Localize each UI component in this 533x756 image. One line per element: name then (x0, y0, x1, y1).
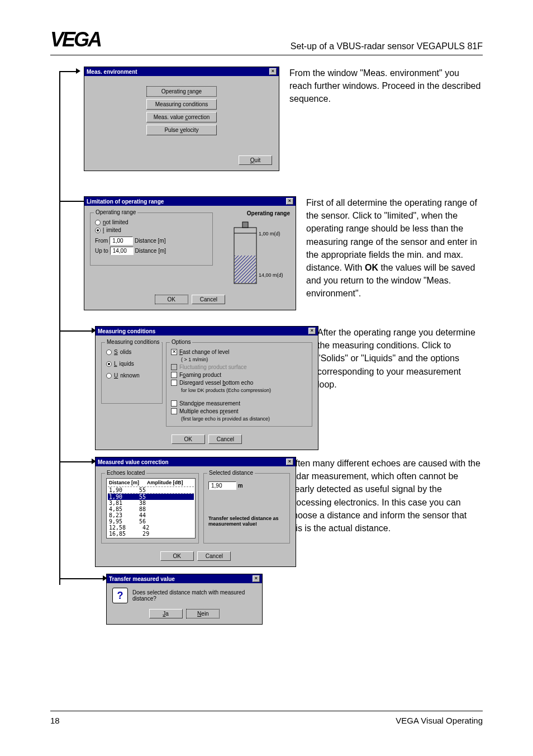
selected-distance-input[interactable]: 1,90 (208, 481, 236, 490)
list-item: 8,2344 (108, 512, 194, 518)
meas-env-description: From the window "Meas. environment" you … (279, 67, 483, 106)
meas-cond-description: After the operating range you determine … (307, 326, 483, 391)
echoes-located-group: Echoes located (105, 470, 146, 476)
footer-right: VEGA Visual Operating (396, 716, 483, 725)
list-item: 3,8138 (108, 500, 194, 506)
meas-environment-dialog: Meas. environment × Operating range Meas… (84, 67, 279, 171)
svg-text:1,00 m(d): 1,00 m(d) (259, 231, 280, 237)
from-input[interactable]: 1,00 (110, 237, 133, 245)
close-icon[interactable]: × (269, 68, 277, 75)
check-standpipe[interactable]: Standpipe measurement (171, 400, 307, 407)
check-fast-change[interactable]: ✕Fast change of level (171, 349, 307, 355)
measuring-conditions-dialog: Measuring conditions × Measuring conditi… (95, 326, 318, 450)
upto-label: Up to (95, 248, 108, 254)
svg-text:14,00 m(d): 14,00 m(d) (259, 272, 283, 278)
check-foaming[interactable]: Foaming product (171, 372, 307, 378)
list-item: 1,9055 (108, 487, 194, 493)
brand-logo: VEGA (50, 28, 101, 51)
cancel-button[interactable]: Cancel (197, 551, 231, 561)
operating-range-button[interactable]: Operating range (146, 86, 217, 97)
list-item: 16,8529 (108, 531, 194, 537)
from-label: From (95, 238, 108, 244)
no-button[interactable]: Nein (186, 609, 220, 618)
close-icon[interactable]: × (253, 575, 260, 582)
svg-rect-2 (242, 222, 248, 228)
radio-solids[interactable]: Solids (106, 349, 158, 355)
list-item: 4,8588 (108, 506, 194, 512)
ok-button[interactable]: OK (172, 434, 205, 444)
op-range-title: Limitation of operating range (87, 199, 164, 205)
yes-button[interactable]: Ja (149, 609, 183, 618)
ok-button[interactable]: OK (160, 551, 194, 561)
list-item: 9,9556 (108, 518, 194, 525)
close-icon[interactable]: × (286, 198, 293, 205)
transfer-question: Does selected distance match with measur… (132, 589, 256, 602)
check-multiple-echoes[interactable]: Multiple echoes present (171, 408, 307, 414)
meas-cond-title: Measuring conditions (98, 328, 155, 334)
radio-liquids[interactable]: Liquids (106, 361, 158, 367)
list-item: 1,9055 (108, 494, 194, 500)
list-item: 12,5842 (108, 525, 194, 531)
fast-change-sub: ( > 1 m/min) (181, 357, 307, 362)
selected-distance-unit: m (238, 483, 243, 489)
op-range-group-label: Operating range (94, 209, 137, 215)
disregard-sub: for low DK products (Echo compression) (181, 388, 307, 393)
close-icon[interactable]: × (308, 328, 316, 334)
upto-unit: Distance [m] (135, 248, 166, 254)
page-number: 18 (50, 716, 60, 725)
options-group: Options (170, 339, 192, 345)
transfer-title: Transfer measured value (109, 576, 175, 582)
close-icon[interactable]: × (286, 459, 293, 465)
radio-not-limited[interactable]: not limited (95, 219, 208, 225)
upto-input[interactable]: 14,00 (110, 247, 134, 255)
svg-rect-6 (235, 256, 256, 283)
tank-diagram-icon: 1,00 m(d) 14,00 m(d) (217, 216, 284, 289)
multi-sub: (first large echo is provided as distanc… (181, 416, 307, 422)
quit-button[interactable]: Quit (239, 155, 272, 165)
meas-cond-group: Measuring conditions (105, 339, 161, 345)
meas-value-correction-button[interactable]: Meas. value correction (146, 112, 217, 122)
cancel-button[interactable]: Cancel (208, 434, 242, 444)
radio-limited[interactable]: limited (95, 227, 208, 233)
op-range-description: First of all determine the operating ran… (296, 196, 483, 300)
selected-distance-group: Selected distance (207, 470, 255, 476)
ok-button[interactable]: OK (155, 295, 188, 304)
op-range-right-label: Operating range (217, 210, 290, 216)
from-unit: Distance [m] (135, 238, 166, 244)
meas-env-title: Meas. environment (87, 69, 137, 75)
page-header-title: Set-up of a VBUS-radar sensor VEGAPULS 8… (291, 41, 483, 51)
radio-unknown[interactable]: Unknown (106, 372, 158, 379)
operating-range-dialog: Limitation of operating range × Operatin… (84, 196, 296, 310)
measured-value-correction-dialog: Measured value correction × Echoes locat… (95, 457, 296, 567)
mv-corr-description: Often many different echoes are caused w… (285, 457, 483, 535)
echoes-list[interactable]: Distance [m]Amplitude [dB] 1,9055 1,9055… (106, 478, 196, 538)
cancel-button[interactable]: Cancel (192, 295, 225, 304)
transfer-measured-value-dialog: Transfer measured value × ? Does selecte… (106, 574, 263, 625)
pulse-velocity-button[interactable]: Pulse velocity (146, 125, 217, 135)
transfer-note: Transfer selected distance as measuremen… (208, 516, 285, 527)
measuring-conditions-button[interactable]: Measuring conditions (146, 99, 217, 110)
mv-corr-title: Measured value correction (98, 459, 169, 465)
question-icon: ? (112, 588, 128, 603)
check-fluctuating: Fluctuating product surface (171, 364, 307, 370)
check-disregard-bottom[interactable]: Disregard vessel bottom echo (171, 380, 307, 386)
